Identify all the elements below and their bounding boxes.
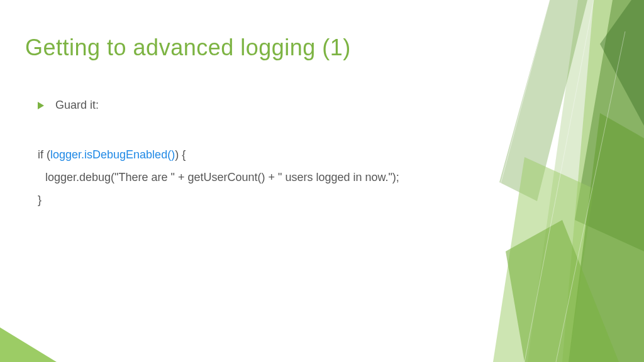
code-line1-pre: if ( [38, 148, 50, 161]
bullet-text: Guard it: [55, 99, 99, 112]
corner-decoration [0, 327, 57, 362]
code-line1-highlight: logger.isDebugEnabled() [50, 148, 175, 161]
code-line1-post: ) { [175, 148, 186, 161]
svg-marker-6 [506, 220, 619, 362]
code-line-2: logger.debug("There are " + getUserCount… [38, 166, 619, 189]
bullet-item: Guard it: [38, 99, 619, 112]
code-block: if (logger.isDebugEnabled()) { logger.de… [38, 143, 619, 211]
bullet-triangle-icon [38, 102, 44, 109]
code-line-3: } [38, 189, 619, 211]
code-line-1: if (logger.isDebugEnabled()) { [38, 143, 619, 166]
slide-title: Getting to advanced logging (1) [25, 35, 619, 61]
slide-content: Getting to advanced logging (1) Guard it… [0, 0, 644, 236]
